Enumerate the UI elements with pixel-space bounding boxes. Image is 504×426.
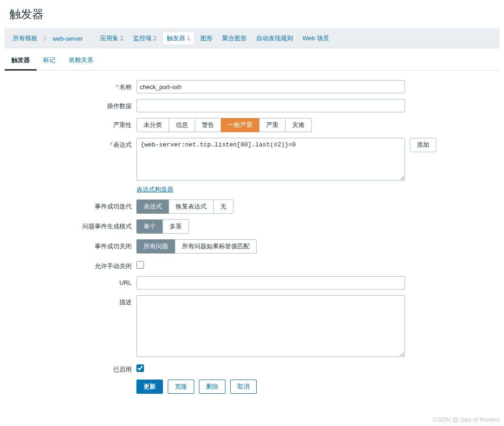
enabled-checkbox[interactable] [136,364,144,372]
severity-high[interactable]: 严重 [259,118,286,132]
nav-app-set[interactable]: 应用集 2 [96,32,127,45]
op-data-label: 操作数据 [5,99,136,110]
template-nav-bar: 所有模板 / web-server 应用集 2 监控项 2 触发器 1 图形 聚… [5,28,499,48]
url-label: URL [5,276,136,286]
severity-group: 未分类 信息 警告 一般严重 严重 灾难 [136,118,312,132]
nav-discovery[interactable]: 自动发现规则 [252,32,297,45]
nav-screens[interactable]: 聚合图形 [218,32,251,45]
ok-event-none[interactable]: 无 [213,199,234,214]
severity-info[interactable]: 信息 [169,118,195,132]
nav-items[interactable]: 监控项 2 [129,32,161,45]
manual-close-label: 允许手动关闭 [5,259,136,271]
ok-close-tag-match[interactable]: 所有问题如果标签值匹配 [175,239,257,254]
url-input[interactable] [136,276,405,290]
clone-button[interactable]: 克隆 [168,380,194,394]
ok-event-recovery[interactable]: 恢复表达式 [169,199,214,214]
ok-event-gen-label: 事件成功迭代 [5,199,136,211]
tab-tags[interactable]: 标记 [36,51,62,71]
page-title: 触发器 [5,0,499,28]
breadcrumb-sep: / [43,35,47,42]
ok-close-group: 所有问题 所有问题如果标签值匹配 [136,239,257,254]
expression-textarea[interactable] [136,138,405,181]
nav-all-templates[interactable]: 所有模板 [9,32,41,45]
manual-close-checkbox[interactable] [136,261,144,269]
ok-event-group: 表达式 恢复表达式 无 [136,199,234,214]
tab-trigger[interactable]: 触发器 [5,51,36,71]
nav-graphs[interactable]: 图形 [197,32,216,45]
cancel-button[interactable]: 取消 [230,380,257,394]
problem-mode-multiple[interactable]: 多重 [162,219,189,234]
nav-web[interactable]: Web 场景 [299,32,333,45]
op-data-input[interactable] [136,99,405,112]
expression-constructor-link[interactable]: 表达式构造器 [136,186,173,193]
watermark: CSDN @.Sea of flowers [433,416,499,418]
update-button[interactable]: 更新 [136,380,163,394]
ok-close-all[interactable]: 所有问题 [136,239,175,254]
severity-average[interactable]: 一般严重 [221,118,260,132]
enabled-label: 已启用 [5,363,136,374]
severity-unclassified[interactable]: 未分类 [136,118,169,132]
delete-button[interactable]: 删除 [199,380,225,394]
problem-mode-single[interactable]: 单个 [136,219,163,234]
description-textarea[interactable] [136,295,405,357]
severity-label: 严重性 [5,118,136,129]
problem-mode-label: 问题事件生成模式 [5,219,136,231]
expression-label: *表达式 [5,138,136,149]
ok-close-label: 事件成功关闭 [5,239,136,251]
nav-template-name[interactable]: web-server [49,33,87,44]
tab-deps[interactable]: 依赖关系 [62,51,100,71]
problem-mode-group: 单个 多重 [136,219,189,234]
name-input[interactable] [136,80,405,93]
severity-disaster[interactable]: 灾难 [285,118,312,132]
add-expression-button[interactable]: 添加 [410,138,436,152]
nav-triggers[interactable]: 触发器 1 [162,32,195,45]
form-tabs: 触发器 标记 依赖关系 [5,51,499,71]
ok-event-expression[interactable]: 表达式 [136,199,169,214]
severity-warning[interactable]: 警告 [195,118,221,132]
trigger-form: *名称 操作数据 严重性 未分类 信息 警告 一般严重 严重 灾难 *表达式 [5,71,499,409]
name-label: *名称 [5,80,136,91]
description-label: 描述 [5,295,136,307]
